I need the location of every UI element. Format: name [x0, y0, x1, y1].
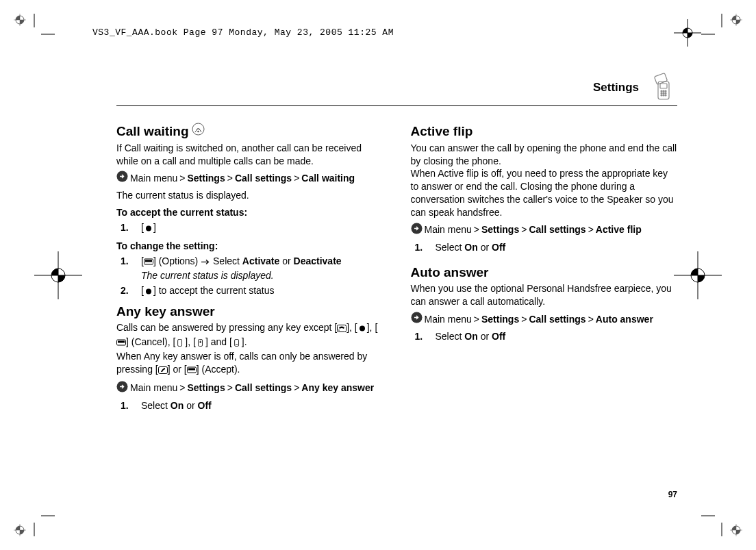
t: or	[481, 242, 489, 253]
any-key-intro2: When Any key answer is off, calls can on…	[116, 350, 383, 377]
side-key-icon	[175, 337, 185, 350]
svg-rect-31	[660, 84, 667, 88]
svg-rect-30	[654, 73, 667, 85]
step-body: [] (Options) Select Activate or Deactiva…	[141, 255, 383, 282]
nav-bold: Call settings	[235, 172, 292, 185]
t: Select	[141, 400, 168, 411]
step-body: []	[141, 221, 383, 236]
nav-bold: Settings	[481, 223, 519, 236]
step-num: 2.	[121, 284, 133, 299]
arrow-circle-icon	[116, 171, 128, 186]
page-content: Settings Call waiting If Call waiting is…	[116, 72, 677, 495]
select-text: Select	[213, 255, 240, 266]
nav-bold: Call settings	[529, 223, 585, 236]
step: 1. Select On or Off	[415, 241, 678, 254]
nav-bold: Active flip	[596, 223, 642, 236]
gt: >	[474, 313, 479, 326]
softkey-icon	[144, 256, 153, 269]
svg-point-32	[661, 90, 662, 92]
svg-point-42	[197, 131, 199, 133]
crop-mark-tr	[701, 14, 742, 55]
step-body: Select On or Off	[436, 241, 678, 254]
crop-mark-br	[701, 495, 742, 536]
active-flip-nav: Main menu > Settings > Call settings > A…	[411, 223, 678, 238]
svg-point-34	[665, 90, 666, 92]
nav-bold: Any key answer	[301, 382, 374, 395]
softkey-icon	[187, 364, 197, 377]
step: 1. []	[121, 221, 383, 236]
step-body: [] to accept the current status	[141, 284, 383, 299]
gt: >	[474, 223, 479, 236]
active-flip-heading-text: Active flip	[411, 123, 473, 140]
call-waiting-status: The current status is displayed.	[116, 189, 383, 202]
end-key-icon	[337, 323, 346, 336]
arrow-circle-icon	[411, 312, 423, 327]
step: 2. [] to accept the current status	[121, 284, 383, 299]
nav-bold: Call settings	[235, 382, 292, 395]
svg-rect-56	[234, 340, 238, 347]
call-waiting-heading-text: Call waiting	[116, 123, 189, 140]
right-column: Active flip You can answer the call by o…	[411, 118, 678, 414]
t: When Any key answer is off, calls can on…	[116, 351, 367, 375]
center-key-icon	[357, 323, 367, 336]
svg-rect-53	[118, 341, 125, 343]
active-flip-intro1: You can answer the call by opening the p…	[411, 142, 678, 168]
nav-bold: Call settings	[529, 313, 585, 326]
network-icon	[192, 123, 205, 140]
nav-text: Main menu	[425, 313, 472, 326]
t: ] and [	[205, 336, 232, 347]
t: On	[464, 331, 477, 342]
t: ], [	[185, 336, 196, 347]
step-note: The current status is displayed.	[141, 269, 383, 282]
t: Off	[492, 331, 505, 342]
svg-rect-46	[145, 260, 152, 262]
arrow-right-icon	[201, 256, 210, 269]
send-key-icon	[158, 364, 168, 377]
registration-mark-right	[674, 251, 722, 299]
nav-bold: Call waiting	[301, 172, 355, 185]
svg-rect-54	[178, 340, 182, 347]
auto-answer-heading-text: Auto answer	[411, 264, 489, 282]
step-body: Select On or Off	[436, 330, 678, 343]
gt: >	[294, 172, 299, 185]
svg-point-38	[661, 95, 662, 96]
center-key-icon	[144, 223, 153, 236]
crop-mark-bl	[14, 495, 55, 536]
options-text: (Options)	[159, 255, 199, 266]
t: ] (Accept).	[197, 364, 240, 375]
active-flip-intro2: When Active flip is off, you need to pre…	[411, 167, 678, 219]
arrow-circle-icon	[411, 223, 423, 238]
t: Select	[436, 242, 462, 253]
svg-point-33	[663, 90, 664, 92]
auto-answer-intro: When you use the optional Personal Hands…	[411, 282, 678, 308]
page-header: Settings	[116, 72, 677, 106]
softkey-icon	[116, 337, 126, 350]
t: ].	[242, 336, 247, 347]
t: Off	[492, 242, 505, 253]
t: or	[481, 331, 489, 342]
step-num: 1.	[121, 255, 133, 282]
t: Select	[436, 331, 462, 342]
any-key-heading-text: Any key answer	[116, 303, 215, 321]
left-column: Call waiting If Call waiting is switched…	[116, 118, 383, 414]
any-key-intro1: Calls can be answered by pressing any ke…	[116, 321, 383, 350]
page-title: Settings	[593, 81, 639, 95]
change-label: To change the setting:	[116, 240, 383, 253]
center-key-icon	[144, 286, 153, 299]
t: ] (Cancel), [	[126, 336, 175, 347]
nav-text: Main menu	[425, 223, 472, 236]
svg-point-44	[146, 226, 151, 232]
phone-icon	[648, 72, 677, 103]
nav-bold: Settings	[187, 382, 225, 395]
step-num: 1.	[121, 399, 133, 412]
auto-answer-nav: Main menu > Settings > Call settings > A…	[411, 312, 678, 327]
header-stamp: VS3_VF_AAA.book Page 97 Monday, May 23, …	[92, 27, 394, 38]
page-number: 97	[668, 490, 677, 499]
step-num: 1.	[121, 221, 133, 236]
registration-mark-left	[34, 251, 82, 299]
step-num: 1.	[415, 241, 427, 254]
t: or	[186, 400, 194, 411]
t: ], [	[346, 322, 357, 333]
or-text: or	[282, 255, 290, 266]
crop-mark-tl	[14, 14, 55, 55]
